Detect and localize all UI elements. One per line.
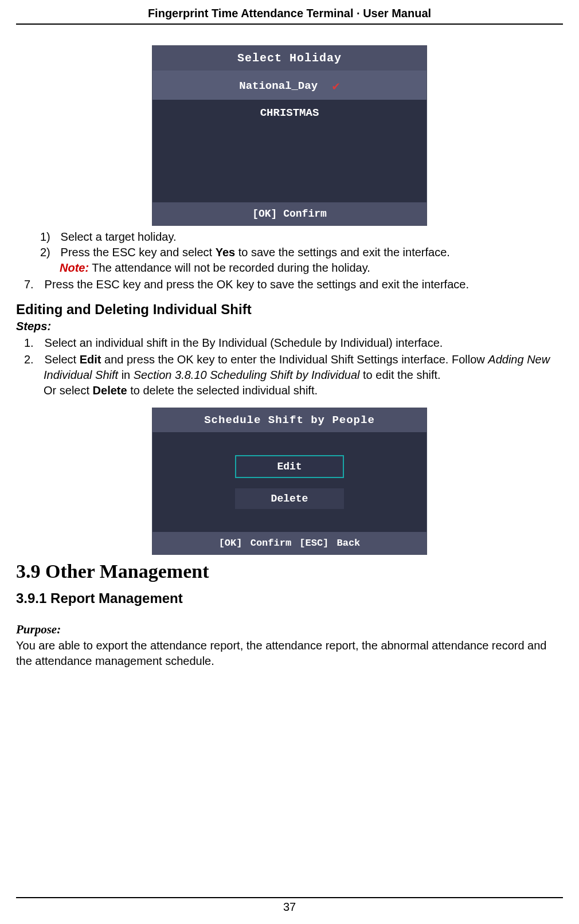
menu-btn-label: Edit: [277, 461, 302, 472]
list-marker: 2): [40, 245, 57, 260]
note-label: Note:: [60, 261, 89, 274]
list-text: and press the OK key to enter the Indivi…: [101, 353, 488, 366]
italic-section-ref: Section 3.8.10 Scheduling Shift by Indiv…: [134, 369, 360, 381]
bold-delete: Delete: [93, 384, 127, 397]
list-item: 7. Press the ESC key and press the OK ke…: [44, 277, 563, 292]
check-icon: ✔: [332, 79, 339, 94]
list-marker: 1): [40, 229, 57, 245]
terminal-title: Schedule Shift by People: [152, 408, 427, 432]
list-text: in: [118, 369, 134, 381]
list-item: 2. Select Edit and press the OK key to e…: [44, 352, 563, 398]
menu-btn-delete[interactable]: Delete: [235, 488, 344, 509]
terminal-select-holiday: Select Holiday National_Day ✔ CHRISTMAS …: [152, 45, 427, 226]
note-text: The attendance will not be recorded duri…: [89, 261, 370, 274]
holiday-item-label: CHRISTMAS: [260, 107, 319, 119]
holiday-item-label: National_Day: [239, 80, 318, 92]
holiday-item-national-day[interactable]: National_Day ✔: [152, 71, 427, 100]
header-divider: [16, 24, 563, 25]
editing-ordered-list: 1. Select an individual shift in the By …: [16, 335, 563, 398]
page-footer: 37: [16, 897, 563, 914]
steps-label: Steps:: [16, 319, 563, 334]
list-text: Select a target holiday.: [61, 230, 177, 243]
heading-editing-deleting: Editing and Deleting Individual Shift: [16, 302, 563, 318]
purpose-label: Purpose:: [16, 622, 563, 637]
list-text: Select an individual shift in the By Ind…: [45, 336, 443, 349]
list-text: Press the ESC key and press the OK key t…: [45, 278, 469, 291]
list-text: to edit the shift.: [359, 369, 440, 381]
terminal-body: National_Day ✔ CHRISTMAS: [152, 71, 427, 202]
menu-btn-edit[interactable]: Edit: [235, 455, 344, 478]
list-text: Select: [45, 353, 80, 366]
menu-btn-label: Delete: [271, 493, 308, 504]
list-text: to delete the selected individual shift.: [127, 384, 318, 397]
terminal-footer: [OK] Confirm: [152, 202, 427, 225]
bold-yes: Yes: [216, 246, 235, 259]
bold-edit: Edit: [80, 353, 101, 366]
footer-divider: [16, 897, 563, 898]
list-text: to save the settings and exit the interf…: [235, 246, 450, 259]
terminal-footer: [OK] Confirm [ESC] Back: [152, 532, 427, 554]
terminal-body: Edit Delete: [152, 432, 427, 532]
purpose-text: You are able to export the attendance re…: [16, 638, 563, 669]
terminal-title: Select Holiday: [152, 46, 427, 71]
holiday-item-christmas[interactable]: CHRISTMAS: [152, 100, 427, 126]
heading-3-9: 3.9 Other Management: [16, 561, 563, 582]
list-marker: 2.: [24, 352, 41, 367]
list-text: Press the ESC key and select: [61, 246, 216, 259]
page-number: 37: [16, 900, 563, 914]
list-item: 1) Select a target holiday.: [60, 229, 563, 245]
inner-ordered-list: 1) Select a target holiday. 2) Press the…: [16, 229, 563, 276]
list-marker: 1.: [24, 335, 41, 351]
terminal-schedule-shift: Schedule Shift by People Edit Delete [OK…: [152, 408, 427, 555]
list-item-note: Note: The attendance will not be recorde…: [60, 260, 563, 276]
list-marker: 7.: [24, 277, 41, 292]
list-item: 1. Select an individual shift in the By …: [44, 335, 563, 351]
heading-3-9-1: 3.9.1 Report Management: [16, 590, 563, 606]
running-header: Fingerprint Time Attendance Terminal · U…: [16, 0, 563, 20]
outer-ordered-list: 7. Press the ESC key and press the OK ke…: [16, 277, 563, 292]
list-text: Or select: [44, 384, 93, 397]
list-item: 2) Press the ESC key and select Yes to s…: [60, 245, 563, 260]
